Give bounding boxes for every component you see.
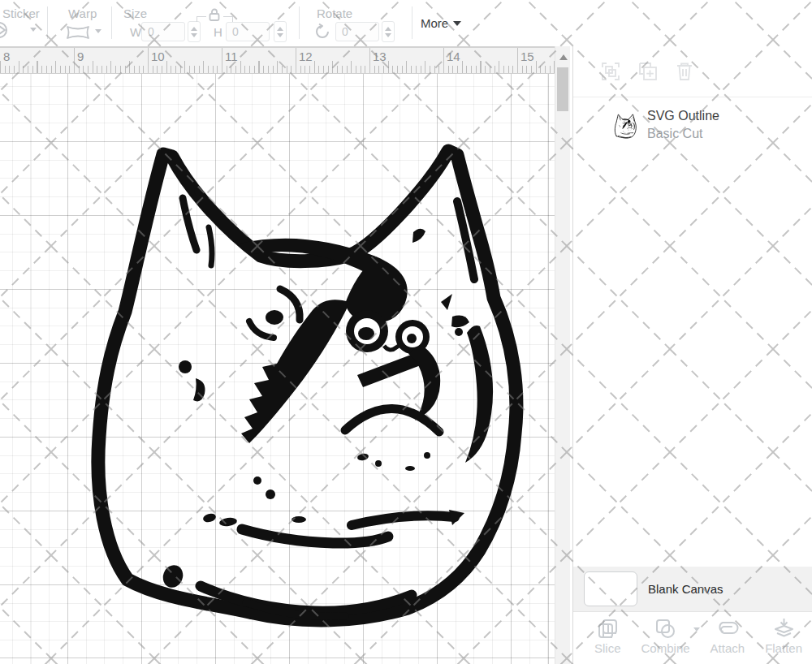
layer-subtitle: Basic Cut	[647, 127, 719, 141]
width-input[interactable]	[141, 22, 185, 41]
lock-icon[interactable]	[208, 7, 221, 22]
rotate-input[interactable]	[335, 22, 379, 41]
delete-icon[interactable]	[676, 63, 693, 80]
combine-icon	[654, 618, 676, 640]
toolbar-divider	[299, 6, 300, 39]
ruler-number: 13	[373, 50, 387, 63]
warp-label: Warp	[68, 6, 97, 20]
more-label: More	[421, 16, 448, 30]
slice-icon	[597, 618, 619, 640]
warp-icon[interactable]	[65, 24, 91, 41]
ruler-number: 12	[299, 50, 313, 63]
warp-caret-icon[interactable]	[95, 29, 102, 33]
ruler-inch-line	[369, 48, 370, 73]
ruler-inch-line	[517, 48, 518, 73]
height-stepper[interactable]	[274, 21, 287, 42]
combine-caret-icon	[693, 627, 700, 632]
layer-thumbnail	[613, 111, 637, 139]
rotate-label: Rotate	[317, 6, 352, 20]
width-stepper[interactable]	[188, 21, 201, 42]
flatten-icon	[773, 618, 795, 640]
scrollbar-up-icon[interactable]	[559, 54, 568, 60]
sticker-caret-icon[interactable]	[30, 28, 37, 32]
ruler-number: 14	[447, 50, 460, 63]
layer-title: SVG Outline	[647, 109, 719, 123]
flatten-button[interactable]: Flatten	[765, 618, 802, 664]
size-label: Size	[123, 6, 147, 20]
scrollbar-thumb[interactable]	[557, 67, 568, 111]
ruler-inch-line	[443, 48, 444, 73]
layer-item[interactable]: SVG Outline Basic Cut	[573, 97, 812, 153]
ruler-inch-line	[148, 48, 149, 73]
ruler-inch-line	[222, 48, 222, 73]
attach-label: Attach	[710, 641, 745, 655]
ruler-number: 9	[77, 50, 84, 63]
slice-label: Slice	[594, 641, 621, 655]
more-button[interactable]: More	[421, 16, 461, 30]
attach-button[interactable]: Attach	[710, 618, 745, 664]
flatten-label: Flatten	[765, 641, 802, 655]
rotate-icon[interactable]	[313, 23, 331, 41]
lock-bracket	[197, 16, 206, 22]
more-caret-icon	[453, 21, 461, 26]
right-panel: Layers Color Sync	[572, 0, 812, 664]
design-canvas[interactable]	[0, 74, 555, 664]
group-icon[interactable]	[602, 63, 620, 80]
ruler-number: 10	[151, 50, 165, 63]
height-input[interactable]	[226, 22, 270, 41]
toolbar-divider	[412, 6, 412, 39]
cat-svg-artwork[interactable]	[77, 106, 528, 633]
duplicate-icon[interactable]	[639, 63, 657, 80]
combine-label: Combine	[641, 641, 690, 655]
ruler-number: 8	[3, 50, 10, 63]
toolbar-divider	[111, 6, 112, 39]
lock-bracket	[223, 16, 233, 22]
panel-actionbar: Slice Combine Attach	[573, 611, 812, 664]
combine-button[interactable]: Combine	[641, 618, 690, 664]
rotate-stepper[interactable]	[382, 21, 395, 42]
ruler-inch-line	[74, 48, 75, 73]
canvas-scrollbar[interactable]	[555, 46, 570, 664]
horizontal-ruler: 89101112131415	[0, 46, 555, 74]
blank-canvas-label: Blank Canvas	[648, 582, 723, 596]
ruler-minor-ticks	[0, 66, 555, 73]
design-app: Sticker Warp Size W H Rotate	[0, 0, 812, 664]
sticker-label: Sticker	[2, 6, 40, 20]
blank-canvas-swatch[interactable]	[584, 571, 637, 606]
cat-thumbnail-icon	[614, 112, 637, 139]
slice-button[interactable]: Slice	[594, 618, 621, 664]
ruler-number: 11	[225, 50, 238, 63]
ruler-number: 15	[520, 50, 534, 63]
sticker-icon[interactable]	[0, 21, 15, 39]
width-letter: W	[130, 25, 141, 39]
toolbar-divider	[47, 6, 48, 39]
layer-tools-row	[573, 46, 812, 97]
ruler-inch-line	[296, 48, 296, 73]
top-toolbar: Sticker Warp Size W H Rotate	[0, 0, 812, 46]
attach-icon	[715, 618, 740, 640]
blank-canvas-row[interactable]: Blank Canvas	[573, 567, 812, 611]
height-letter: H	[214, 25, 222, 39]
